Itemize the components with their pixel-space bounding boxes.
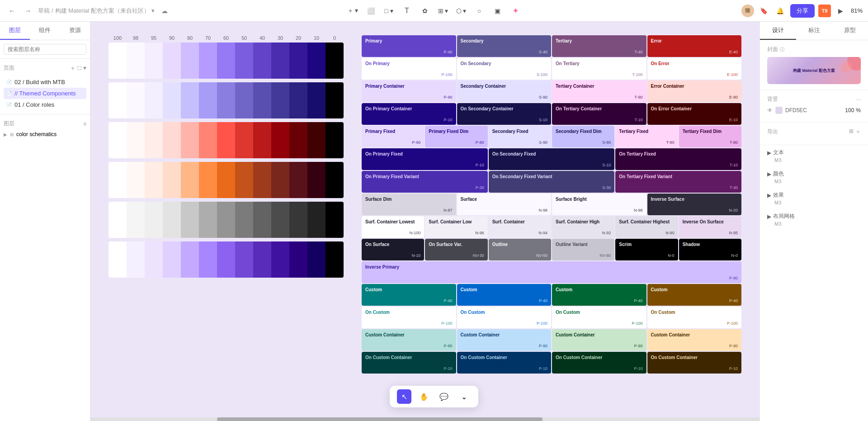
effect-sub: M3 xyxy=(767,200,861,205)
page-options-icon[interactable]: □ xyxy=(78,64,81,72)
swatch-cell xyxy=(235,162,253,198)
surface-row: Surface Dim N-87 Surface N-98 Surface Br… xyxy=(362,194,741,215)
swatch-cell xyxy=(181,82,199,118)
breadcrumb: 草稿 / 构建 Material 配色方案（来自社区） ▾ xyxy=(38,7,155,15)
page-item-themed[interactable]: 📄 // Themed Components xyxy=(4,88,86,99)
export-title: 导出 xyxy=(767,128,778,136)
swatch-cell xyxy=(235,241,253,278)
color-sub: M3 xyxy=(767,179,861,184)
forward-button[interactable]: → xyxy=(22,5,34,17)
toolbar-left: ← → 草稿 / 构建 Material 配色方案（来自社区） ▾ ☁ xyxy=(5,5,343,17)
background-options-icon[interactable]: ··· xyxy=(856,96,861,103)
notifications-icon[interactable]: 🔔 xyxy=(774,5,787,17)
sidebar-search xyxy=(0,40,90,59)
page-file-icon: 📄 xyxy=(6,91,12,96)
error-cell: Error E-40 xyxy=(647,35,742,57)
eye-icon[interactable]: 👁 xyxy=(767,107,773,114)
swatch-cell xyxy=(181,43,199,79)
swatch-cell xyxy=(326,82,344,118)
on-custom-row: On Custom P-100 On Custom P-100 On Custo… xyxy=(362,307,741,328)
swatch-cell xyxy=(199,122,217,158)
special-tool[interactable]: ✦ xyxy=(509,5,522,17)
on-fixed-row: On Primary Fixed P-10 On Secondary Fixed… xyxy=(362,148,741,170)
hand-tool[interactable]: ✋ xyxy=(417,389,431,404)
shape-tool[interactable]: □ ▾ xyxy=(382,5,395,17)
back-button[interactable]: ← xyxy=(5,5,18,17)
primary-fixed-dim-cell: Primary Fixed Dim P-80 xyxy=(425,126,487,147)
swatch-cell xyxy=(199,162,217,198)
swatch-cell xyxy=(307,202,326,238)
search-input[interactable] xyxy=(4,44,86,55)
background-color-swatch[interactable] xyxy=(775,107,783,114)
swatch-cell xyxy=(253,162,271,198)
container-row: Primary Container P-90 Secondary Contain… xyxy=(362,80,741,102)
crop-tool[interactable]: ▣ xyxy=(491,5,504,17)
page-item-label: 01 / Color roles xyxy=(14,101,54,108)
expand-icon: ▶ xyxy=(767,213,771,220)
pen-tool[interactable]: ✿ xyxy=(419,5,431,17)
canvas-area: 100 98 95 90 80 70 60 50 40 30 20 10 0 xyxy=(90,22,760,421)
export-add-icon[interactable]: ＋ xyxy=(855,128,861,136)
custom-row: Custom P-40 Custom P-40 Custom P-40 Cu xyxy=(362,284,741,306)
add-button[interactable]: ＋ ▾ xyxy=(346,5,359,17)
text-tool[interactable]: T xyxy=(401,5,413,17)
zoom-level: 81% xyxy=(851,7,863,14)
play-button[interactable]: ▶ xyxy=(835,5,847,17)
breadcrumb-dropdown[interactable]: ▾ xyxy=(151,7,155,14)
swatch-cell xyxy=(253,241,271,278)
page-item-build[interactable]: 📄 02 / Build with MTB xyxy=(4,76,86,88)
on-fixed-variant-row: On Primary Fixed Variant P-30 On Seconda… xyxy=(362,171,741,193)
opacity-row: 100 % xyxy=(845,107,861,114)
more-tool[interactable]: ⌄ xyxy=(457,389,471,404)
primary-fixed-cell: Primary Fixed P-90 xyxy=(362,126,424,147)
on-secondary-fixed-cell: On Secondary Fixed S-10 xyxy=(489,148,615,170)
custom-4-cell: Custom P-40 xyxy=(647,284,742,306)
frame-tool[interactable]: ⬜ xyxy=(364,5,377,17)
bookmark-icon[interactable]: 🔖 xyxy=(758,5,770,17)
mask-tool[interactable]: ⬡ ▾ xyxy=(455,5,467,17)
grid-title[interactable]: ▶ 布局网格 xyxy=(767,213,861,220)
comment-tool[interactable]: 💬 xyxy=(437,389,451,404)
custom-container-4-cell: Custom Container P-90 xyxy=(647,329,742,351)
text-title[interactable]: ▶ 文本 xyxy=(767,149,861,156)
on-custom-container-4-cell: On Custom Container P-10 xyxy=(647,352,742,374)
swatch-row-4 xyxy=(108,162,344,198)
tab-assets[interactable]: 资源 xyxy=(60,22,90,40)
custom-container-3-cell: Custom Container P-90 xyxy=(552,329,646,351)
secondary-cell: Secondary S-40 xyxy=(457,35,552,57)
share-button[interactable]: 分享 xyxy=(790,4,815,18)
cursor-tool[interactable]: ↖ xyxy=(397,389,411,404)
info-icon: ⓘ xyxy=(780,47,784,53)
on-secondary-container-cell: On Secondary Container S-10 xyxy=(457,103,552,125)
page-item-label: // Themed Components xyxy=(14,90,76,97)
tertiary-fixed-dim-cell: Tertiary Fixed Dim T-80 xyxy=(679,126,741,147)
scrollbar-thumb[interactable] xyxy=(217,417,542,421)
layer-item-color-schematics[interactable]: ▶ ⊞ color schematics xyxy=(4,129,86,139)
layers-sort-icon[interactable]: ≡ xyxy=(83,121,86,127)
export-options-icon[interactable]: ⊞ xyxy=(849,128,854,136)
left-sidebar: 图层 组件 资源 页面 ＋ □ ▾ 📄 02 / Build with MTB … xyxy=(0,22,90,421)
components-tool[interactable]: ⊞ ▾ xyxy=(437,5,449,17)
swatch-cell xyxy=(163,162,181,198)
tab-design[interactable]: 设计 xyxy=(760,22,796,40)
tab-annotation[interactable]: 标注 xyxy=(796,22,832,40)
tab-layers[interactable]: 图层 xyxy=(0,22,30,40)
add-page-icon[interactable]: ＋ xyxy=(70,64,76,72)
effect-title[interactable]: ▶ 效果 xyxy=(767,191,861,199)
background-color-row: 👁 DFD5EC xyxy=(767,107,807,114)
page-collapse-icon[interactable]: ▾ xyxy=(83,64,86,72)
secondary-container-cell: Secondary Container S-90 xyxy=(457,80,552,102)
swatch-cell xyxy=(127,122,145,158)
tab-prototype[interactable]: 原型 xyxy=(832,22,868,40)
circle-tool[interactable]: ○ xyxy=(473,5,486,17)
swatch-row-2 xyxy=(108,82,344,118)
on-surface-row: On Surface N-10 On Surface Var. NV-30 Ou… xyxy=(362,239,741,260)
swatch-cell xyxy=(326,43,344,79)
custom-1-cell: Custom P-40 xyxy=(362,284,456,306)
grid-section: ▶ 布局网格 M3 xyxy=(760,209,868,230)
tertiary-fixed-cell: Tertiary Fixed T-90 xyxy=(615,126,678,147)
tab-components[interactable]: 组件 xyxy=(30,22,60,40)
color-title[interactable]: ▶ 颜色 xyxy=(767,170,861,178)
page-item-color-roles[interactable]: 📄 01 / Color roles xyxy=(4,99,86,110)
swatch-cell xyxy=(253,202,271,238)
